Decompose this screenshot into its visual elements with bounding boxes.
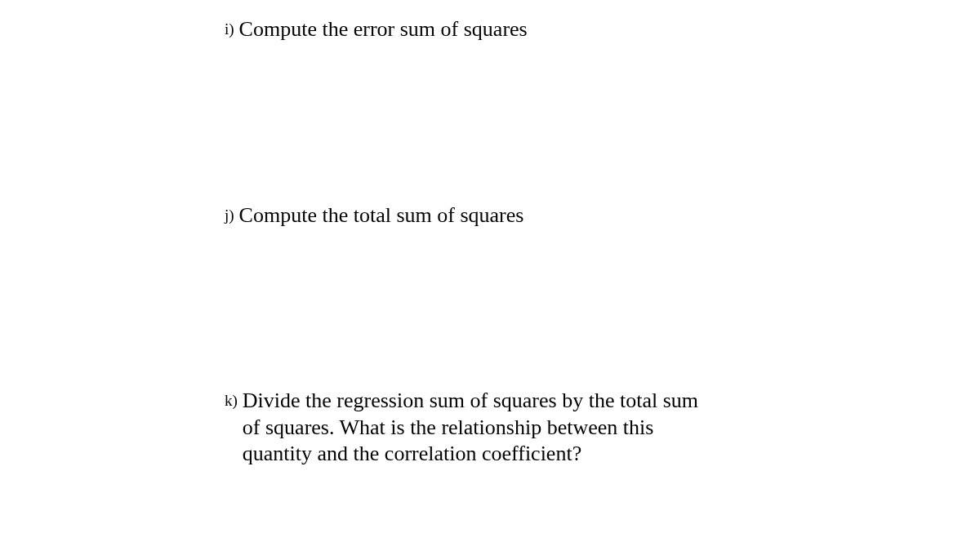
item-i: i) Compute the error sum of squares	[225, 16, 796, 43]
item-label-i: i)	[225, 16, 234, 38]
item-text-i: Compute the error sum of squares	[239, 16, 528, 43]
item-text-j: Compute the total sum of squares	[239, 202, 524, 229]
item-k: k) Divide the regression sum of squares …	[225, 388, 796, 468]
item-label-k: k)	[225, 388, 238, 410]
item-label-j: j)	[225, 202, 234, 224]
item-j: j) Compute the total sum of squares	[225, 202, 796, 229]
document-content: i) Compute the error sum of squares j) C…	[225, 16, 796, 468]
item-text-k: Divide the regression sum of squares by …	[243, 388, 712, 468]
